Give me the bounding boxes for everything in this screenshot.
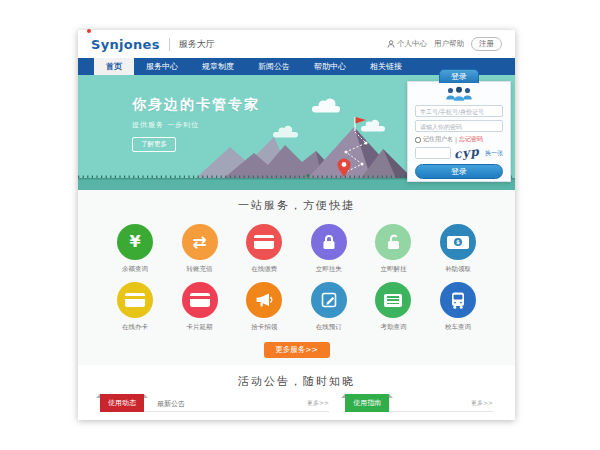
card-icon bbox=[125, 293, 145, 307]
captcha-refresh-link[interactable]: 换一张 bbox=[485, 149, 503, 158]
portal-page: Synjones 服务大厅 个人中心 用户帮助 注册 首页 服务中心 规章制度 … bbox=[78, 30, 515, 420]
login-panel: 登录 记住用户名 | 忘记密码 cyp 换一张 登录 bbox=[407, 81, 511, 182]
right-more-link[interactable]: 更多>> bbox=[471, 399, 493, 408]
banknote-icon: $ bbox=[447, 236, 469, 249]
account-input[interactable] bbox=[415, 105, 503, 117]
separator: | bbox=[455, 136, 457, 143]
user-help-link[interactable]: 用户帮助 bbox=[434, 39, 464, 49]
announcements-title: 活动公告，随时知晓 bbox=[78, 374, 515, 389]
password-input[interactable] bbox=[415, 120, 503, 132]
hero-copy: 你身边的卡管专家 提供服务 一步到位 了解更多 bbox=[132, 96, 260, 152]
service-label: 在线办卡 bbox=[122, 323, 148, 332]
service-label: 卡片延期 bbox=[187, 323, 213, 332]
announcement-right-column: 使用指南 更多>> bbox=[345, 396, 493, 412]
users-group-icon bbox=[441, 85, 477, 102]
subsidy-circle: $ bbox=[440, 224, 476, 260]
login-tab[interactable]: 登录 bbox=[439, 69, 479, 83]
unlock-circle bbox=[375, 224, 411, 260]
cloud bbox=[361, 120, 385, 132]
service-card-renewal[interactable]: 卡片延期 bbox=[177, 282, 223, 332]
renewal-circle bbox=[182, 282, 218, 318]
brand-logo[interactable]: Synjones bbox=[91, 38, 160, 51]
announcement-left-column: 使用动态 最新公告 更多>> bbox=[100, 396, 329, 412]
tab-user-guide[interactable]: 使用指南 bbox=[345, 394, 389, 412]
payment-circle bbox=[246, 224, 282, 260]
service-report-loss[interactable]: 立即挂失 bbox=[306, 224, 352, 274]
service-attendance[interactable]: 考勤查询 bbox=[370, 282, 416, 332]
service-label: 余额查询 bbox=[122, 265, 148, 274]
service-online-booking[interactable]: 在线预订 bbox=[306, 282, 352, 332]
tab-usage-news[interactable]: 使用动态 bbox=[100, 394, 144, 412]
list-icon bbox=[384, 294, 402, 307]
service-label: 校车查询 bbox=[445, 323, 471, 332]
left-more-link[interactable]: 更多>> bbox=[307, 399, 329, 408]
nav-tab-home[interactable]: 首页 bbox=[94, 58, 134, 75]
bus-icon bbox=[448, 290, 468, 310]
service-subsidy[interactable]: $ 补助领取 bbox=[435, 224, 481, 274]
service-label: 考勤查询 bbox=[380, 323, 406, 332]
nav-tab-related-links[interactable]: 相关链接 bbox=[358, 58, 414, 75]
site-name: 服务大厅 bbox=[169, 38, 215, 51]
login-submit-button[interactable]: 登录 bbox=[415, 164, 503, 179]
header-links: 个人中心 用户帮助 注册 bbox=[387, 37, 502, 51]
remember-label: 记住用户名 bbox=[423, 135, 453, 144]
nav-tab-help-center[interactable]: 帮助中心 bbox=[302, 58, 358, 75]
logo-accent-dot bbox=[87, 29, 91, 33]
service-label: 在线预订 bbox=[316, 323, 342, 332]
cloud bbox=[312, 99, 340, 113]
hero-title: 你身边的卡管专家 bbox=[132, 96, 260, 114]
personal-center-label: 个人中心 bbox=[397, 39, 427, 49]
services-title: 一站服务，方便快捷 bbox=[78, 198, 515, 213]
tab-latest-announcements[interactable]: 最新公告 bbox=[157, 399, 185, 409]
list-circle bbox=[375, 282, 411, 318]
megaphone-circle bbox=[246, 282, 282, 318]
card-icon bbox=[190, 293, 210, 307]
unlock-icon bbox=[383, 232, 403, 252]
service-label: 立即解挂 bbox=[380, 265, 406, 274]
nav-tab-service-center[interactable]: 服务中心 bbox=[134, 58, 190, 75]
services-section: 一站服务，方便快捷 ¥ 余额查询 ⇄ 转账充值 在线缴费 bbox=[78, 190, 515, 365]
balance-circle: ¥ bbox=[117, 224, 153, 260]
user-icon bbox=[387, 40, 395, 48]
apply-card-circle bbox=[117, 282, 153, 318]
remember-row: 记住用户名 | 忘记密码 bbox=[415, 135, 503, 144]
hero-more-button[interactable]: 了解更多 bbox=[132, 137, 176, 152]
transfer-arrows-icon: ⇄ bbox=[192, 234, 206, 251]
nav-tab-rules[interactable]: 规章制度 bbox=[190, 58, 246, 75]
top-header: Synjones 服务大厅 个人中心 用户帮助 注册 bbox=[78, 30, 515, 58]
cloud bbox=[273, 126, 298, 138]
service-label: 转账充值 bbox=[187, 265, 213, 274]
service-label: 补助领取 bbox=[445, 265, 471, 274]
service-label: 在线缴费 bbox=[251, 265, 277, 274]
announcements-section: 活动公告，随时知晓 使用动态 最新公告 更多>> 使用指南 更多>> bbox=[78, 365, 515, 420]
megaphone-icon bbox=[254, 290, 274, 310]
captcha-row: cyp 换一张 bbox=[415, 146, 503, 160]
services-row-1: ¥ 余额查询 ⇄ 转账充值 在线缴费 bbox=[78, 224, 515, 274]
edit-pencil-icon bbox=[319, 290, 339, 310]
service-apply-card[interactable]: 在线办卡 bbox=[112, 282, 158, 332]
bus-circle bbox=[440, 282, 476, 318]
nav-tab-news[interactable]: 新闻公告 bbox=[246, 58, 302, 75]
remember-checkbox[interactable] bbox=[415, 137, 421, 143]
lock-icon bbox=[319, 232, 339, 252]
captcha-input[interactable] bbox=[415, 147, 451, 159]
service-label: 拾卡招领 bbox=[251, 323, 277, 332]
lock-circle bbox=[311, 224, 347, 260]
service-balance[interactable]: ¥ 余额查询 bbox=[112, 224, 158, 274]
credit-card-icon bbox=[254, 235, 274, 249]
more-services-button[interactable]: 更多服务>> bbox=[264, 342, 330, 358]
announcement-columns: 使用动态 最新公告 更多>> 使用指南 更多>> bbox=[78, 396, 515, 412]
personal-center-link[interactable]: 个人中心 bbox=[387, 39, 427, 49]
service-lost-found[interactable]: 拾卡招领 bbox=[241, 282, 287, 332]
service-online-payment[interactable]: 在线缴费 bbox=[241, 224, 287, 274]
service-cancel-loss[interactable]: 立即解挂 bbox=[370, 224, 416, 274]
yen-icon: ¥ bbox=[129, 234, 140, 250]
services-row-2: 在线办卡 卡片延期 拾卡招领 bbox=[78, 282, 515, 332]
service-school-bus[interactable]: 校车查询 bbox=[435, 282, 481, 332]
edit-circle bbox=[311, 282, 347, 318]
service-transfer[interactable]: ⇄ 转账充值 bbox=[177, 224, 223, 274]
hero-subtitle: 提供服务 一步到位 bbox=[132, 120, 260, 130]
register-button[interactable]: 注册 bbox=[471, 37, 502, 51]
forgot-password-link[interactable]: 忘记密码 bbox=[459, 135, 483, 144]
captcha-image: cyp bbox=[453, 144, 480, 161]
